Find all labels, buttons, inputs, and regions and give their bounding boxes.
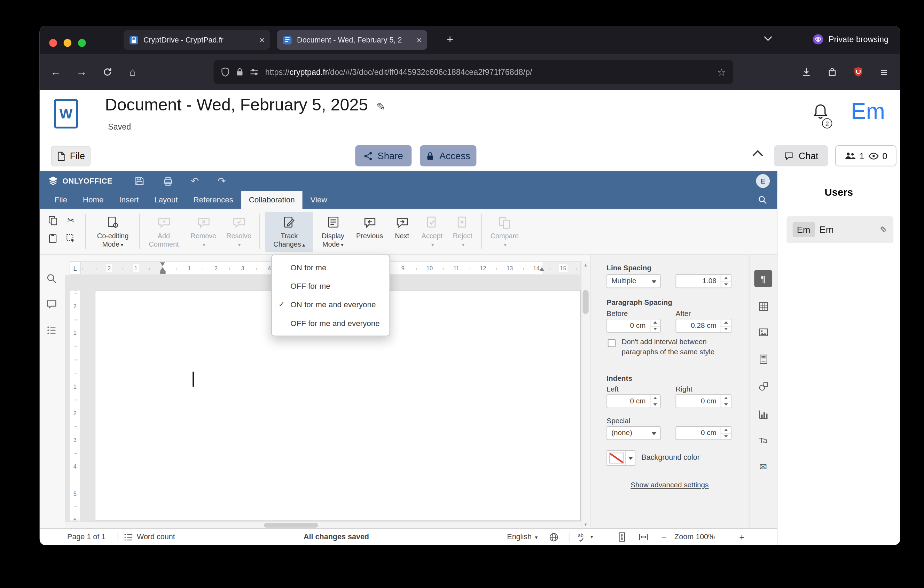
find-icon[interactable] — [46, 273, 57, 286]
bookmark-star-icon[interactable]: ☆ — [718, 66, 726, 78]
close-tab-icon[interactable]: × — [416, 35, 422, 45]
tab-cryptdrive[interactable]: CryptDrive - CryptPad.fr × — [124, 30, 270, 50]
presence-indicator[interactable]: 1 0 — [835, 145, 896, 166]
office-user-avatar[interactable]: E — [756, 174, 770, 188]
spinner-buttons[interactable] — [650, 319, 660, 332]
spell-check-toggle-icon[interactable]: ab — [577, 532, 587, 544]
left-indent-handle[interactable] — [160, 271, 165, 274]
mail-merge-icon[interactable]: ✉ — [754, 459, 772, 476]
tab-insert[interactable]: Insert — [111, 191, 147, 209]
menu-item-off-for-me[interactable]: OFF for me — [272, 277, 389, 295]
tab-layout[interactable]: Layout — [147, 191, 186, 209]
url-bar[interactable]: https://cryptpad.fr/doc/#/3/doc/edit/ff0… — [214, 60, 733, 84]
accept-change-button[interactable]: Accept▾ — [417, 212, 446, 252]
word-count-icon[interactable] — [124, 533, 133, 544]
navigation-headings-icon[interactable] — [46, 325, 57, 338]
ublock-extension-icon[interactable] — [850, 64, 866, 81]
language-selector[interactable]: English ▾ — [507, 529, 538, 545]
no-interval-checkbox[interactable] — [608, 339, 615, 347]
track-changes-button[interactable]: TrackChanges▴ — [265, 212, 314, 252]
spacing-after-field[interactable]: 0.28 cm — [676, 319, 731, 333]
edit-title-pencil-icon[interactable]: ✎ — [376, 101, 385, 113]
left-indent-marker[interactable] — [160, 267, 165, 271]
home-button[interactable]: ⌂ — [124, 64, 141, 81]
comments-panel-icon[interactable] — [46, 299, 57, 312]
forward-button[interactable]: → — [73, 64, 90, 81]
spinner-buttons[interactable] — [721, 319, 731, 332]
tab-stop-selector[interactable]: L — [69, 261, 81, 275]
text-art-settings-icon[interactable]: Ta — [754, 431, 772, 448]
next-change-button[interactable]: Next — [389, 212, 415, 252]
remove-comment-button[interactable]: Remove▾ — [187, 212, 220, 252]
menu-item-on-for-everyone[interactable]: ✓ON for me and everyone — [272, 296, 389, 314]
menu-item-on-for-me[interactable]: ON for me — [272, 258, 389, 277]
edit-name-pencil-icon[interactable]: ✎ — [880, 224, 888, 235]
compare-button[interactable]: Compare▾ — [487, 212, 522, 252]
fit-width-icon[interactable] — [639, 532, 648, 544]
scroll-up-arrow[interactable]: ▴ — [581, 261, 590, 269]
user-list-item[interactable]: Em Em ✎ — [787, 216, 893, 243]
extensions-puzzle-icon[interactable] — [824, 64, 840, 81]
table-settings-icon[interactable] — [754, 298, 772, 315]
print-button[interactable] — [163, 176, 173, 189]
show-advanced-settings-link[interactable]: Show advanced settings — [591, 481, 749, 489]
minimize-window-button[interactable] — [64, 39, 71, 47]
first-line-indent-marker[interactable] — [160, 262, 165, 266]
header-footer-settings-icon[interactable] — [754, 350, 772, 367]
word-count-label[interactable]: Word count — [137, 529, 175, 545]
document-language-globe-icon[interactable] — [549, 533, 559, 544]
tab-home[interactable]: Home — [75, 191, 111, 209]
document-title[interactable]: Document - Wed, February 5, 2025✎ — [105, 96, 386, 115]
vertical-scrollbar[interactable]: ▴ ▾ — [581, 261, 590, 529]
list-tabs-chevron-icon[interactable] — [763, 36, 773, 41]
lock-icon[interactable] — [236, 67, 243, 77]
select-all-icon[interactable] — [65, 232, 77, 244]
resolve-button[interactable]: Resolve▾ — [222, 212, 256, 252]
close-window-button[interactable] — [49, 39, 57, 47]
previous-change-button[interactable]: Previous — [353, 212, 386, 252]
copy-icon[interactable] — [47, 214, 58, 226]
downloads-button[interactable] — [798, 64, 815, 81]
vertical-ruler[interactable]: 2 1 1 2 3 4 5 6 — [69, 290, 81, 521]
save-button[interactable] — [134, 176, 145, 188]
image-settings-icon[interactable] — [754, 324, 772, 340]
menu-hamburger-icon[interactable]: ≡ — [875, 64, 892, 81]
line-spacing-amount-field[interactable]: 1.08 — [676, 274, 731, 288]
reject-change-button[interactable]: Reject▾ — [449, 212, 476, 252]
special-amount-field[interactable]: 0 cm — [676, 426, 731, 440]
horizontal-scrollbar[interactable] — [65, 521, 581, 529]
chart-settings-icon[interactable] — [754, 406, 772, 423]
file-button[interactable]: File — [51, 146, 91, 167]
user-avatar-initials[interactable]: Em — [851, 99, 885, 124]
right-indent-marker[interactable] — [539, 267, 544, 271]
zoom-out-button[interactable]: − — [661, 529, 667, 545]
notifications-bell[interactable]: 2 — [812, 103, 834, 128]
add-comment-button[interactable]: AddComment — [144, 212, 184, 252]
cut-scissors-icon[interactable]: ✂ — [65, 214, 77, 226]
tracking-protection-shield-icon[interactable] — [221, 67, 230, 77]
special-select[interactable]: (none) — [607, 426, 660, 440]
menu-item-off-for-everyone[interactable]: OFF for me and everyone — [272, 314, 389, 332]
background-color-picker[interactable] — [607, 451, 635, 466]
zoom-level[interactable]: Zoom 100% — [674, 529, 715, 545]
url-text[interactable]: https://cryptpad.fr/doc/#/3/doc/edit/ff0… — [265, 68, 712, 77]
spinner-buttons[interactable] — [721, 427, 731, 439]
share-button[interactable]: Share — [355, 145, 411, 166]
chat-button[interactable]: Chat — [774, 145, 828, 166]
tab-file[interactable]: File — [47, 191, 75, 209]
spacing-before-field[interactable]: 0 cm — [607, 319, 660, 333]
tab-document-active[interactable]: Document - Wed, February 5, 2 × — [277, 30, 427, 50]
display-mode-button[interactable]: DisplayMode▾ — [316, 212, 351, 252]
close-tab-icon[interactable]: × — [259, 35, 265, 45]
tab-references[interactable]: References — [186, 191, 241, 209]
fit-page-icon[interactable] — [617, 532, 627, 544]
spinner-buttons[interactable] — [721, 395, 731, 408]
new-tab-button[interactable]: + — [442, 32, 458, 47]
permissions-icon[interactable] — [250, 67, 259, 77]
coediting-mode-button[interactable]: Co-editingMode▾ — [90, 212, 136, 252]
collapse-toolbar-chevron-icon[interactable] — [751, 149, 767, 162]
page-indicator[interactable]: Page 1 of 1 — [67, 529, 106, 545]
spinner-buttons[interactable] — [721, 275, 731, 287]
indent-left-field[interactable]: 0 cm — [607, 394, 660, 408]
zoom-window-button[interactable] — [78, 39, 86, 47]
